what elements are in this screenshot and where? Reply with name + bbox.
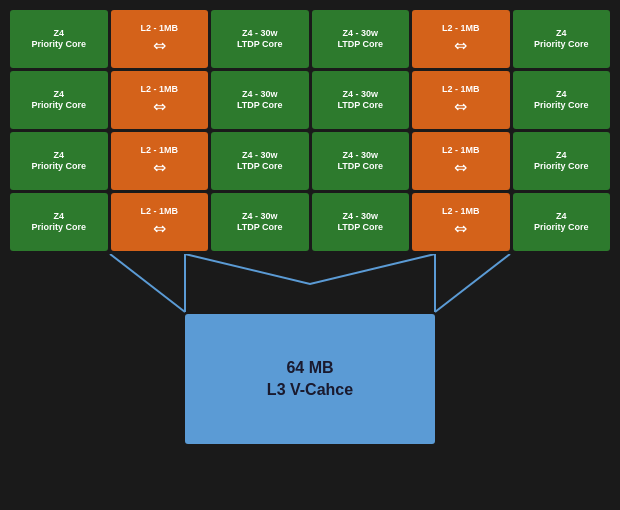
l2-cache-r3c5: L2 - 1MB ⇔ <box>412 132 510 190</box>
core-grid: Z4Priority Core L2 - 1MB ⇔ Z4 - 30wLTDP … <box>10 10 610 251</box>
priority-core-r4c6: Z4Priority Core <box>513 193 611 251</box>
l3-title-line2: L3 V-Cahce <box>267 379 353 401</box>
l2-cache-r3c2: L2 - 1MB ⇔ <box>111 132 209 190</box>
priority-core-r3c1: Z4Priority Core <box>10 132 108 190</box>
l3-cache: 64 MB L3 V-Cahce <box>185 314 435 444</box>
ltdp-core-r4c3: Z4 - 30wLTDP Core <box>211 193 309 251</box>
connector-lines <box>10 254 610 314</box>
ltdp-core-r1c3: Z4 - 30wLTDP Core <box>211 10 309 68</box>
ltdp-core-r3c4: Z4 - 30wLTDP Core <box>312 132 410 190</box>
priority-core-r3c6: Z4Priority Core <box>513 132 611 190</box>
arrow-icon-r3c5: ⇔ <box>454 158 467 177</box>
ltdp-core-r2c4: Z4 - 30wLTDP Core <box>312 71 410 129</box>
l2-cache-r1c2: L2 - 1MB ⇔ <box>111 10 209 68</box>
priority-core-r1c6: Z4Priority Core <box>513 10 611 68</box>
priority-core-r1c1: Z4Priority Core <box>10 10 108 68</box>
l2-cache-r4c2: L2 - 1MB ⇔ <box>111 193 209 251</box>
arrow-icon-r2c2: ⇔ <box>153 97 166 116</box>
ltdp-core-r1c4: Z4 - 30wLTDP Core <box>312 10 410 68</box>
arrow-icon-r1c2: ⇔ <box>153 36 166 55</box>
arrow-icon-r1c5: ⇔ <box>454 36 467 55</box>
priority-core-r4c1: Z4Priority Core <box>10 193 108 251</box>
arrow-icon-r4c2: ⇔ <box>153 219 166 238</box>
l2-cache-r1c5: L2 - 1MB ⇔ <box>412 10 510 68</box>
arrow-icon-r2c5: ⇔ <box>454 97 467 116</box>
l2-cache-r2c5: L2 - 1MB ⇔ <box>412 71 510 129</box>
priority-core-r2c6: Z4Priority Core <box>513 71 611 129</box>
arrow-icon-r3c2: ⇔ <box>153 158 166 177</box>
l2-cache-r4c5: L2 - 1MB ⇔ <box>412 193 510 251</box>
priority-core-r2c1: Z4Priority Core <box>10 71 108 129</box>
arrow-icon-r4c5: ⇔ <box>454 219 467 238</box>
ltdp-core-r3c3: Z4 - 30wLTDP Core <box>211 132 309 190</box>
ltdp-core-r2c3: Z4 - 30wLTDP Core <box>211 71 309 129</box>
connector-area <box>10 254 610 314</box>
bottom-section: 64 MB L3 V-Cahce <box>10 254 610 444</box>
main-container: Z4Priority Core L2 - 1MB ⇔ Z4 - 30wLTDP … <box>10 10 610 444</box>
ltdp-core-r4c4: Z4 - 30wLTDP Core <box>312 193 410 251</box>
l3-title-line1: 64 MB <box>286 357 333 379</box>
l2-cache-r2c2: L2 - 1MB ⇔ <box>111 71 209 129</box>
